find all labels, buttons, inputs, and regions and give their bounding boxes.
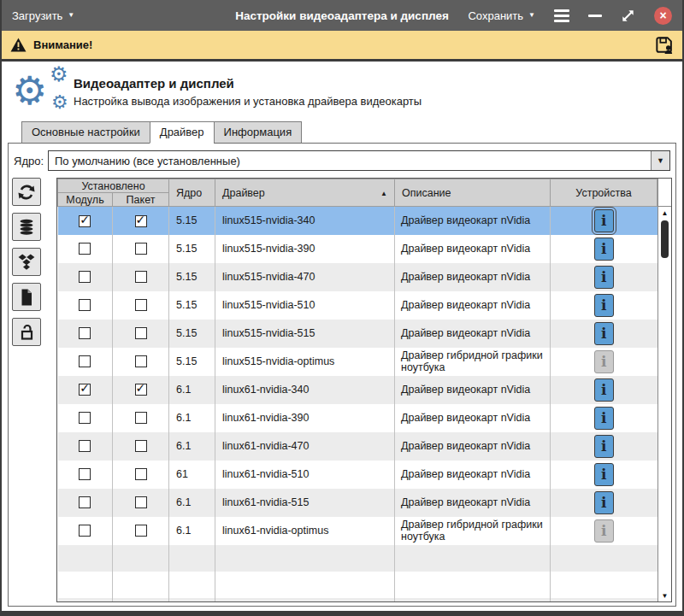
package-checkbox[interactable] [135,525,147,537]
table-row[interactable]: 6.1 linux61-nvidia-optimus Драйвер гибри… [58,517,657,545]
device-info-button[interactable]: i [594,435,614,458]
table-row[interactable]: 61 linux61-nvidia-510 Драйвер видеокарт … [58,461,657,489]
column-header-installed[interactable]: Установлено [58,179,169,193]
package-checkbox[interactable] [135,271,147,283]
save-admin-icon[interactable] [654,35,674,55]
tab-bar: Основные настройки Драйвер Информация [2,121,682,144]
device-info-button[interactable]: i [594,519,614,543]
tab-driver[interactable]: Драйвер [150,121,215,144]
package-checkbox[interactable] [135,327,147,339]
document-button[interactable] [12,283,41,311]
module-checkbox[interactable] [79,440,91,452]
device-info-button[interactable]: i [594,294,614,317]
package-cell [113,432,169,461]
kernel-cell: 6.1 [169,404,215,432]
driver-cell: linux515-nvidia-510 [215,291,395,320]
column-header-kernel[interactable]: Ядро [169,179,215,207]
module-checkbox[interactable] [79,271,91,283]
refresh-button[interactable] [12,178,41,206]
device-info-button[interactable]: i [594,407,614,430]
scrollbar-thumb[interactable] [661,220,669,258]
device-info-button[interactable]: i [594,266,614,289]
close-button[interactable]: × [654,7,672,25]
module-checkbox[interactable] [79,468,91,480]
page-subtitle: Настройка вывода изображения и установка… [74,95,422,108]
module-checkbox[interactable] [79,215,91,227]
devices-cell: i [551,320,657,348]
module-checkbox[interactable] [79,412,91,424]
vertical-scrollbar[interactable]: ▲ ▼ [657,179,671,601]
module-checkbox[interactable] [79,525,91,537]
kernel-select[interactable]: По умолчанию (все установленные) ▼ [48,150,670,171]
module-cell [58,291,113,320]
scroll-up-button[interactable]: ▲ [658,207,671,219]
package-checkbox[interactable] [135,496,147,508]
table-row[interactable]: 6.1 linux61-nvidia-390 Драйвер видеокарт… [58,404,657,432]
save-menu-button[interactable]: Сохранить ▼ [468,9,535,22]
database-button[interactable] [12,213,41,241]
package-checkbox[interactable] [135,384,147,396]
table-row[interactable]: 5.15 linux515-nvidia-515 Драйвер видеока… [58,320,657,348]
table-row[interactable]: 6.1 linux61-nvidia-340 Драйвер видеокарт… [58,376,657,404]
dropdown-arrow-icon[interactable]: ▼ [651,151,669,170]
package-cell [113,404,169,432]
package-checkbox[interactable] [135,468,147,480]
package-checkbox[interactable] [135,440,147,452]
package-checkbox[interactable] [135,243,147,255]
description-cell: Драйвер видеокарт nVidia [395,207,551,235]
gear-icon: ⚙ [51,93,68,112]
column-header-driver[interactable]: Драйвер ▲ [215,179,395,207]
tab-basic-settings[interactable]: Основные настройки [21,121,150,144]
devices-cell: i [551,263,657,291]
device-info-button[interactable]: i [594,209,614,232]
module-checkbox[interactable] [79,243,91,255]
package-cell [113,517,169,545]
scroll-down-button[interactable]: ▼ [658,590,671,601]
kernel-cell: 61 [169,461,215,489]
package-checkbox[interactable] [135,355,147,367]
packages-button[interactable] [12,248,41,276]
table-row[interactable]: 6.1 linux61-nvidia-470 Драйвер видеокарт… [58,432,657,461]
load-menu-button[interactable]: Загрузить ▼ [12,9,74,22]
table-row[interactable]: 5.15 linux515-nvidia-optimus Драйвер гиб… [58,348,657,376]
minimize-button[interactable] [588,15,602,17]
package-checkbox[interactable] [135,299,147,311]
column-header-devices[interactable]: Устройства [551,179,657,207]
table-row[interactable]: 5.15 linux515-nvidia-390 Драйвер видеока… [58,235,657,263]
module-checkbox[interactable] [79,299,91,311]
devices-cell: i [551,348,657,376]
table-row[interactable]: 5.15 linux515-nvidia-470 Драйвер видеока… [58,263,657,291]
module-cell [58,235,113,263]
device-info-button[interactable]: i [594,322,614,345]
device-info-button[interactable]: i [594,378,614,402]
menu-icon[interactable] [554,9,569,22]
column-header-description[interactable]: Описание [395,179,551,207]
device-info-button[interactable]: i [594,491,614,514]
table-row[interactable]: 5.15 linux515-nvidia-340 Драйвер видеока… [58,207,657,235]
package-cell [113,291,169,320]
description-cell: Драйвер видеокарт nVidia [395,320,551,348]
refresh-icon [16,182,37,202]
table-row[interactable]: 6.1 linux61-nvidia-515 Драйвер видеокарт… [58,489,657,517]
module-checkbox[interactable] [79,496,91,508]
package-checkbox[interactable] [135,215,147,227]
column-header-package[interactable]: Пакет [113,193,169,207]
maximize-button[interactable] [621,9,635,23]
module-checkbox[interactable] [79,384,91,396]
module-checkbox[interactable] [79,355,91,367]
package-checkbox[interactable] [135,412,147,424]
close-icon: × [659,9,666,21]
unlock-button[interactable] [12,318,41,346]
app-window: Загрузить ▼ Настройки видеоадаптера и ди… [0,0,684,616]
description-cell: Драйвер гибридной графики ноутбука [395,348,551,376]
package-cell [113,263,169,291]
column-header-module[interactable]: Модуль [58,193,113,207]
module-checkbox[interactable] [79,327,91,339]
chevron-down-icon: ▼ [68,12,74,19]
device-info-button[interactable]: i [594,238,614,261]
tab-information[interactable]: Информация [214,121,303,144]
device-info-button[interactable]: i [594,350,614,373]
device-info-button[interactable]: i [594,463,614,486]
scrollbar-track[interactable] [658,219,671,590]
table-row[interactable]: 5.15 linux515-nvidia-510 Драйвер видеока… [58,291,657,320]
